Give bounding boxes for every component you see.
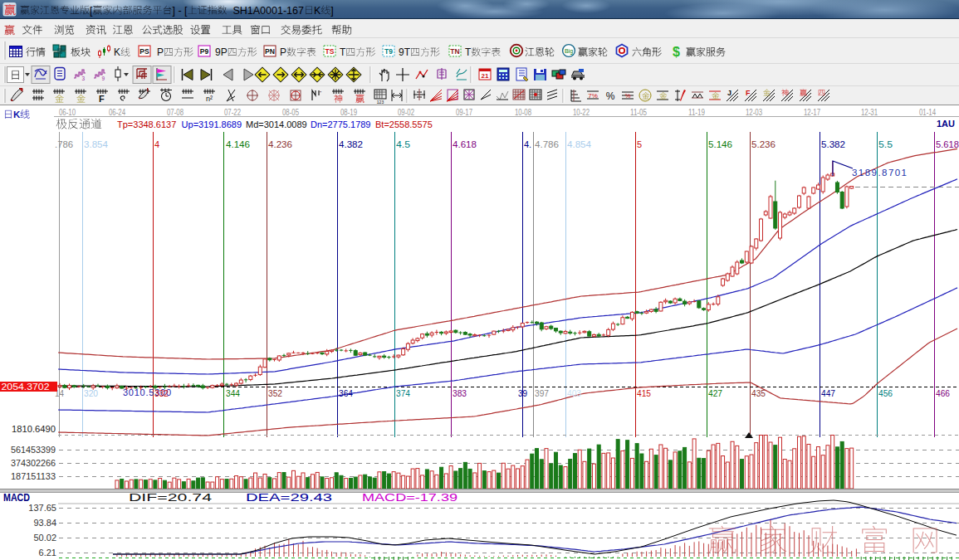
svg-text:09-02: 09-02 <box>398 108 414 117</box>
svg-text:Tp=3348.6137: Tp=3348.6137 <box>117 119 176 129</box>
svg-text:TS: TS <box>325 47 335 56</box>
svg-text:415: 415 <box>637 388 651 398</box>
svg-text:123: 123 <box>377 100 384 105</box>
svg-text:344: 344 <box>226 388 240 398</box>
svg-text:4.: 4. <box>524 139 531 149</box>
svg-text:2054.3702: 2054.3702 <box>2 382 50 392</box>
svg-text:11-05: 11-05 <box>630 108 647 117</box>
svg-text:12-17: 12-17 <box>804 108 820 117</box>
svg-text:5.236: 5.236 <box>751 139 776 149</box>
svg-text:Dn=2775.1789: Dn=2775.1789 <box>311 119 370 129</box>
svg-text:5: 5 <box>637 139 642 149</box>
svg-text:T: T <box>465 46 472 58</box>
svg-text:5.5: 5.5 <box>878 139 893 149</box>
svg-text:K: K <box>314 5 321 17</box>
svg-text:4.5: 4.5 <box>396 139 410 149</box>
svg-text:Bt=2558.5575: Bt=2558.5575 <box>375 119 433 129</box>
svg-text:137.65: 137.65 <box>28 503 56 513</box>
svg-text:427: 427 <box>708 388 722 398</box>
svg-text:DEA=29.43: DEA=29.43 <box>246 492 333 504</box>
svg-text:374: 374 <box>396 388 410 398</box>
svg-text:[: [ <box>90 5 93 17</box>
svg-text:4.382: 4.382 <box>339 139 363 149</box>
svg-text:332: 332 <box>154 388 169 398</box>
svg-text:": " <box>320 90 321 95</box>
svg-text:06-24: 06-24 <box>109 108 125 117</box>
svg-text:383: 383 <box>453 388 467 398</box>
svg-text:5.618: 5.618 <box>936 139 959 149</box>
svg-text:P9: P9 <box>200 47 209 56</box>
svg-text:4.786: 4.786 <box>535 139 559 149</box>
svg-text:MACD: MACD <box>3 492 30 504</box>
svg-text:1810.6490: 1810.6490 <box>12 424 56 434</box>
svg-text:93.84: 93.84 <box>33 518 56 528</box>
svg-text:4.146: 4.146 <box>226 139 250 149</box>
svg-text:%: % <box>625 92 631 100</box>
svg-text:07-22: 07-22 <box>224 108 241 117</box>
svg-text:J: J <box>727 89 731 97</box>
svg-text:09-17: 09-17 <box>456 108 472 117</box>
svg-text:PS: PS <box>139 47 149 56</box>
svg-text:435: 435 <box>751 388 766 398</box>
svg-text:TN: TN <box>450 47 459 56</box>
svg-text:6.21: 6.21 <box>39 548 56 558</box>
svg-text:] - [: ] - [ <box>172 5 188 17</box>
svg-text:9T: 9T <box>399 46 411 58</box>
svg-text:9: 9 <box>102 75 105 81</box>
svg-text:P: P <box>157 46 164 58</box>
svg-text:F: F <box>99 94 105 104</box>
svg-text:364: 364 <box>339 388 353 398</box>
svg-text:3: 3 <box>82 75 86 81</box>
svg-text:K: K <box>13 110 21 119</box>
svg-text:403: 403 <box>567 388 581 398</box>
svg-text:187151133: 187151133 <box>11 471 56 481</box>
svg-text:01-14: 01-14 <box>919 108 936 117</box>
svg-text:50.02: 50.02 <box>33 533 56 543</box>
svg-text:K: K <box>114 46 120 58</box>
svg-text:456: 456 <box>878 388 893 398</box>
svg-text:.786: .786 <box>55 139 73 149</box>
svg-text:374302266: 374302266 <box>11 458 56 468</box>
svg-text:07-08: 07-08 <box>167 108 183 117</box>
svg-text:3189.8701: 3189.8701 <box>852 168 907 178</box>
svg-text:$: $ <box>673 45 680 59</box>
svg-text:SH1A0001-167: SH1A0001-167 <box>228 5 304 17</box>
svg-text:4.618: 4.618 <box>453 139 477 149</box>
svg-text:T: T <box>340 46 346 58</box>
svg-text:397: 397 <box>535 388 549 398</box>
svg-text:DIF=20.74: DIF=20.74 <box>129 492 213 504</box>
svg-text:4: 4 <box>154 139 159 149</box>
svg-text:08-19: 08-19 <box>340 108 357 117</box>
svg-text:Big: Big <box>565 48 573 55</box>
svg-text:21: 21 <box>482 72 489 80</box>
svg-text:MACD=-17.39: MACD=-17.39 <box>362 492 457 504</box>
svg-text:P: P <box>280 46 286 58</box>
svg-text:PN: PN <box>265 47 275 56</box>
svg-text:08-05: 08-05 <box>282 108 299 117</box>
svg-text:T9: T9 <box>384 47 393 56</box>
svg-text:39: 39 <box>518 388 527 398</box>
svg-text:7%: 7% <box>588 92 598 100</box>
svg-text:06-10: 06-10 <box>59 108 76 117</box>
svg-text:9P: 9P <box>215 46 228 58</box>
svg-text:466: 466 <box>936 388 950 398</box>
svg-text:5.146: 5.146 <box>708 139 732 149</box>
svg-text:10-22: 10-22 <box>573 108 590 117</box>
svg-text:4.236: 4.236 <box>268 139 292 149</box>
svg-text:447: 447 <box>821 388 835 398</box>
svg-text:352: 352 <box>268 388 282 398</box>
svg-text:1AU: 1AU <box>937 119 955 129</box>
svg-text:12-03: 12-03 <box>746 108 762 117</box>
svg-text:11-19: 11-19 <box>688 108 705 117</box>
svg-text:5.382: 5.382 <box>821 139 845 149</box>
svg-text:Md=3014.0089: Md=3014.0089 <box>246 119 307 129</box>
svg-text:10-08: 10-08 <box>515 108 531 117</box>
svg-text:n²: n² <box>206 95 213 103</box>
svg-text:%: % <box>606 90 615 102</box>
svg-text:4.854: 4.854 <box>567 139 591 149</box>
svg-text:320: 320 <box>84 388 98 398</box>
svg-text:3.854: 3.854 <box>84 139 108 149</box>
svg-text:561453399: 561453399 <box>11 445 56 455</box>
svg-text:12-31: 12-31 <box>861 108 878 117</box>
svg-text:]: ] <box>330 5 333 17</box>
